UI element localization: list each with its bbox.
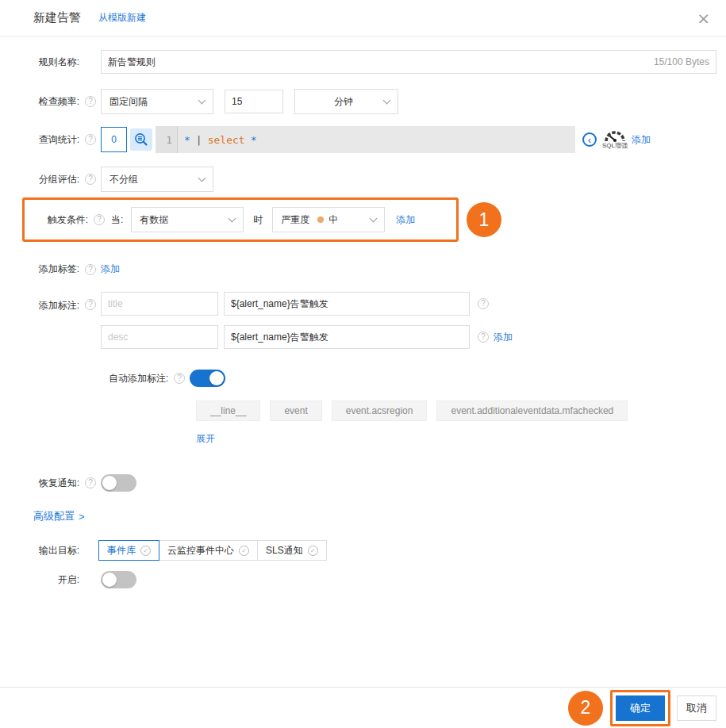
rule-name-wrap: 15/100 Bytes	[101, 50, 716, 74]
interval-type-select[interactable]: 固定间隔	[101, 89, 213, 114]
interval-value-input[interactable]	[225, 90, 283, 113]
recovery-notify-toggle[interactable]	[101, 474, 136, 492]
chevron-down-icon	[229, 215, 236, 223]
tab-label: SLS通知	[266, 544, 303, 557]
auto-annotation-chips: __line__ event event.acsregion event.add…	[24, 400, 716, 421]
toggle-knob	[209, 371, 224, 385]
chevron-right-icon: >	[79, 511, 85, 523]
trigger-then-label: 时	[253, 213, 263, 227]
dialog-footer: 2 确定 取消	[0, 687, 726, 728]
help-icon[interactable]: ?	[85, 174, 96, 185]
enable-row: 开启:	[24, 571, 716, 588]
severity-value: 中	[328, 213, 371, 227]
annotation-key-input[interactable]	[101, 292, 218, 316]
add-tags-row: 添加标签: ? 添加	[24, 262, 716, 276]
interval-type-value: 固定间隔	[109, 95, 199, 109]
output-target-label: 输出目标:	[24, 544, 79, 557]
toggle-knob	[102, 573, 117, 587]
collapse-editor-icon[interactable]: ‹	[582, 132, 597, 147]
toggle-knob	[102, 476, 117, 490]
check-circle-icon: ✓	[140, 546, 151, 556]
help-icon[interactable]: ?	[85, 96, 96, 107]
group-eval-row: 分组评估: ? 不分组	[24, 167, 716, 192]
help-icon[interactable]: ?	[85, 299, 96, 310]
severity-prefix: 严重度	[281, 213, 309, 227]
enable-label: 开启:	[24, 573, 79, 587]
trigger-condition-value: 有数据	[140, 213, 229, 227]
interval-unit-value: 分钟	[303, 95, 384, 109]
trigger-label: 触发条件:	[33, 213, 88, 227]
help-icon[interactable]: ?	[478, 331, 489, 343]
tab-label: 事件库	[107, 544, 136, 557]
sql-enhance-button[interactable]: SQL增强	[602, 129, 628, 150]
cancel-button[interactable]: 取消	[677, 695, 716, 721]
trigger-when-label: 当:	[111, 213, 123, 227]
enable-toggle[interactable]	[101, 571, 136, 588]
chevron-down-icon	[383, 97, 391, 105]
tab-sls-notification[interactable]: SLS通知 ✓	[257, 540, 327, 561]
tab-label: 云监控事件中心	[167, 544, 234, 557]
chevron-down-icon	[370, 215, 378, 223]
rule-name-row: 规则名称: 15/100 Bytes	[24, 50, 716, 74]
preview-query-button[interactable]	[130, 128, 152, 151]
help-icon[interactable]: ?	[174, 373, 185, 384]
confirm-highlight-box: 确定	[610, 690, 670, 726]
advanced-config-link[interactable]: 高级配置	[33, 509, 75, 523]
help-icon[interactable]: ?	[85, 134, 96, 145]
check-frequency-row: 检查频率: ? 固定间隔 分钟	[24, 89, 716, 114]
auto-annotation-row: 自动添加标注: ?	[24, 370, 716, 387]
code-token: |	[196, 134, 202, 146]
tab-cloudmonitor-event-center[interactable]: 云监控事件中心 ✓	[159, 540, 258, 561]
expand-link[interactable]: 展开	[196, 433, 215, 444]
check-circle-icon: ✓	[308, 546, 318, 556]
chip: event.acsregion	[332, 400, 428, 421]
group-eval-value: 不分组	[109, 173, 199, 186]
help-icon[interactable]: ?	[478, 298, 489, 309]
code-token: *	[184, 134, 190, 146]
auto-annotation-toggle[interactable]	[190, 370, 225, 387]
trigger-condition-row: 触发条件: ? 当: 有数据 时 严重度 中 添加 1	[22, 197, 716, 242]
query-stats-row: 查询统计: ? 0 1 * | select * ‹	[24, 126, 716, 153]
code-token: select	[208, 134, 245, 146]
annotation-badge-2: 2	[568, 691, 603, 726]
interval-unit-select[interactable]: 分钟	[294, 89, 398, 114]
rule-name-input[interactable]	[101, 50, 716, 74]
add-tag-link[interactable]: 添加	[101, 262, 120, 276]
chip: __line__	[196, 400, 260, 421]
check-frequency-label: 检查频率:	[24, 95, 79, 109]
chip: event.additionaleventdata.mfachecked	[436, 400, 628, 421]
trigger-highlight-box: 触发条件: ? 当: 有数据 时 严重度 中 添加	[22, 197, 459, 242]
output-target-tabs: 事件库 ✓ 云监控事件中心 ✓ SLS通知 ✓	[99, 540, 327, 561]
help-icon[interactable]: ?	[85, 477, 96, 489]
add-annotation-link[interactable]: 添加	[494, 331, 513, 344]
trigger-condition-select[interactable]: 有数据	[131, 207, 244, 232]
create-from-template-link[interactable]: 从模版新建	[98, 11, 146, 25]
annotation-value-input[interactable]	[224, 292, 470, 316]
annotation-row-title: ?	[101, 292, 513, 316]
add-trigger-link[interactable]: 添加	[396, 213, 415, 227]
recovery-notify-label: 恢复通知:	[24, 477, 79, 490]
help-icon[interactable]: ?	[85, 264, 96, 275]
add-tags-label: 添加标签:	[24, 262, 79, 276]
dialog-header: 新建告警 从模版新建 ×	[0, 0, 726, 36]
severity-dot-icon	[317, 216, 324, 223]
annotation-key-input[interactable]	[101, 325, 218, 349]
code-token: *	[251, 134, 257, 146]
search-icon	[134, 132, 148, 147]
severity-select[interactable]: 严重度 中	[272, 207, 385, 232]
chip: event	[270, 400, 321, 421]
chevron-down-icon	[198, 97, 206, 105]
add-query-link[interactable]: 添加	[632, 133, 651, 147]
confirm-button[interactable]: 确定	[616, 695, 665, 721]
help-icon[interactable]: ?	[94, 214, 105, 225]
query-index-box[interactable]: 0	[101, 127, 127, 152]
byte-counter: 15/100 Bytes	[654, 56, 709, 67]
annotations-label: 添加标注:	[24, 299, 79, 312]
annotation-value-input[interactable]	[224, 325, 470, 349]
query-code-editor[interactable]: 1 * | select *	[156, 126, 575, 153]
close-icon[interactable]: ×	[697, 10, 710, 26]
output-target-row: 输出目标: 事件库 ✓ 云监控事件中心 ✓ SLS通知 ✓	[24, 540, 716, 561]
group-eval-select[interactable]: 不分组	[101, 167, 213, 192]
sql-enhance-label: SQL增强	[602, 141, 628, 150]
tab-event-store[interactable]: 事件库 ✓	[98, 540, 159, 561]
